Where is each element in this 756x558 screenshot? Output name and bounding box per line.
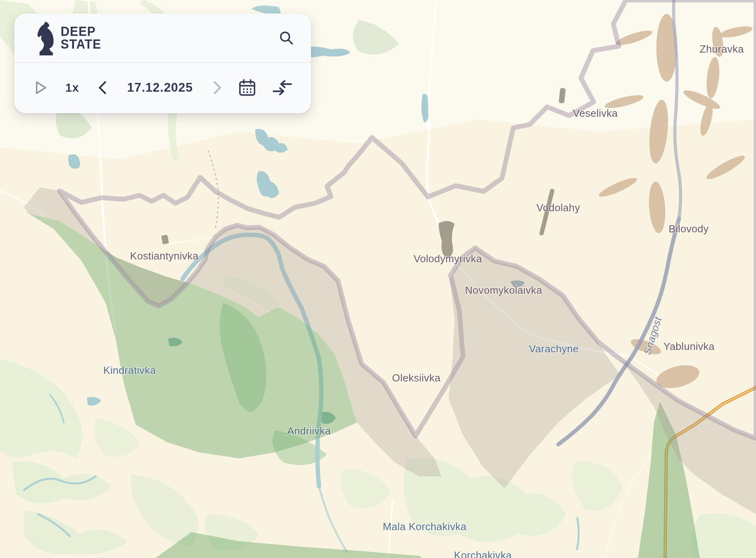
play-icon <box>34 80 48 95</box>
map-label-varachyne: Varachyne <box>529 343 579 355</box>
panel-header: DEEP STATE <box>14 14 311 62</box>
calendar-icon <box>238 79 256 96</box>
map-label-kostiantynivka: Kostiantynivka <box>130 250 199 262</box>
date-display[interactable]: 17.12.2025 <box>122 81 198 95</box>
search-button[interactable] <box>278 29 295 47</box>
map-label-yablunivka: Yablunivka <box>663 340 715 352</box>
map-label-mala-korchakivka: Mala Korchakivka <box>383 521 467 532</box>
map-label-kindrativka: Kindrativka <box>103 364 156 376</box>
prev-day-button[interactable] <box>97 81 108 95</box>
map-label-veselivka: Veselivka <box>573 107 618 119</box>
map-label-korchakivka: Korchakivka <box>454 549 512 558</box>
map-label-bilovody: Bilovody <box>669 223 709 235</box>
search-icon <box>278 29 295 47</box>
play-button[interactable] <box>34 80 48 95</box>
map-label-vodolahy: Vodolahy <box>536 202 580 214</box>
map-label-volodymyrivka: Volodymyrivka <box>413 253 482 265</box>
map-label-novomykolaivka: Novomykolaivka <box>465 284 542 296</box>
deepstate-control-panel: DEEP STATE 1x 17.12.2025 <box>14 14 311 113</box>
speed-label[interactable]: 1x <box>65 81 79 94</box>
brand[interactable]: DEEP STATE <box>37 20 104 55</box>
brand-line1: DEEP <box>61 25 101 38</box>
brand-text: DEEP STATE <box>61 25 101 51</box>
knight-logo-icon <box>37 20 55 55</box>
compare-button[interactable] <box>272 80 293 96</box>
calendar-button[interactable] <box>238 79 256 96</box>
brand-line2: STATE <box>61 38 101 51</box>
map-label-zhuravka: Zhuravka <box>700 43 744 55</box>
map-label-oleksiivka: Oleksiivka <box>392 372 441 384</box>
compare-arrows-icon <box>272 80 293 96</box>
chevron-left-icon <box>97 81 108 95</box>
map-label-andriivka: Andriivka <box>287 425 331 437</box>
chevron-right-icon <box>212 81 222 95</box>
next-day-button[interactable] <box>212 81 222 95</box>
playback-controls: 1x 17.12.2025 <box>14 63 311 112</box>
